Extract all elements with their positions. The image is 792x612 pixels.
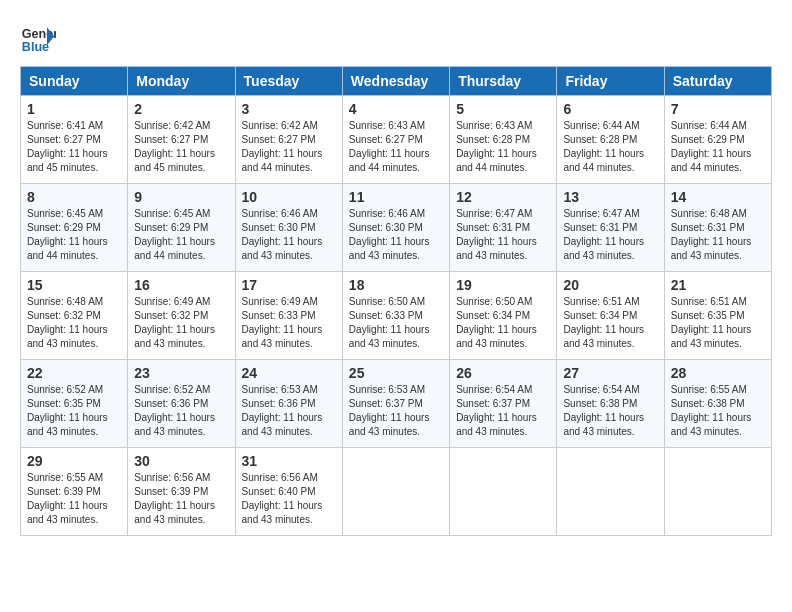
calendar-week-row: 15Sunrise: 6:48 AM Sunset: 6:32 PM Dayli… [21, 272, 772, 360]
day-info: Sunrise: 6:42 AM Sunset: 6:27 PM Dayligh… [242, 119, 336, 175]
day-info: Sunrise: 6:56 AM Sunset: 6:40 PM Dayligh… [242, 471, 336, 527]
calendar-table: SundayMondayTuesdayWednesdayThursdayFrid… [20, 66, 772, 536]
calendar-cell: 12Sunrise: 6:47 AM Sunset: 6:31 PM Dayli… [450, 184, 557, 272]
day-number: 30 [134, 453, 228, 469]
day-info: Sunrise: 6:55 AM Sunset: 6:39 PM Dayligh… [27, 471, 121, 527]
day-info: Sunrise: 6:51 AM Sunset: 6:35 PM Dayligh… [671, 295, 765, 351]
day-info: Sunrise: 6:47 AM Sunset: 6:31 PM Dayligh… [563, 207, 657, 263]
calendar-header-sunday: Sunday [21, 67, 128, 96]
day-number: 31 [242, 453, 336, 469]
day-number: 6 [563, 101, 657, 117]
day-number: 28 [671, 365, 765, 381]
day-info: Sunrise: 6:50 AM Sunset: 6:33 PM Dayligh… [349, 295, 443, 351]
day-info: Sunrise: 6:55 AM Sunset: 6:38 PM Dayligh… [671, 383, 765, 439]
calendar-cell: 28Sunrise: 6:55 AM Sunset: 6:38 PM Dayli… [664, 360, 771, 448]
calendar-header-monday: Monday [128, 67, 235, 96]
day-number: 26 [456, 365, 550, 381]
calendar-cell: 22Sunrise: 6:52 AM Sunset: 6:35 PM Dayli… [21, 360, 128, 448]
calendar-header-friday: Friday [557, 67, 664, 96]
calendar-cell: 24Sunrise: 6:53 AM Sunset: 6:36 PM Dayli… [235, 360, 342, 448]
day-number: 11 [349, 189, 443, 205]
calendar-cell: 25Sunrise: 6:53 AM Sunset: 6:37 PM Dayli… [342, 360, 449, 448]
calendar-cell: 2Sunrise: 6:42 AM Sunset: 6:27 PM Daylig… [128, 96, 235, 184]
calendar-cell: 31Sunrise: 6:56 AM Sunset: 6:40 PM Dayli… [235, 448, 342, 536]
day-number: 4 [349, 101, 443, 117]
day-info: Sunrise: 6:45 AM Sunset: 6:29 PM Dayligh… [27, 207, 121, 263]
day-number: 5 [456, 101, 550, 117]
svg-text:Blue: Blue [22, 40, 49, 54]
calendar-cell: 15Sunrise: 6:48 AM Sunset: 6:32 PM Dayli… [21, 272, 128, 360]
calendar-cell: 5Sunrise: 6:43 AM Sunset: 6:28 PM Daylig… [450, 96, 557, 184]
day-info: Sunrise: 6:52 AM Sunset: 6:36 PM Dayligh… [134, 383, 228, 439]
day-number: 2 [134, 101, 228, 117]
calendar-cell: 26Sunrise: 6:54 AM Sunset: 6:37 PM Dayli… [450, 360, 557, 448]
calendar-cell [664, 448, 771, 536]
day-number: 17 [242, 277, 336, 293]
day-number: 9 [134, 189, 228, 205]
day-number: 23 [134, 365, 228, 381]
calendar-week-row: 1Sunrise: 6:41 AM Sunset: 6:27 PM Daylig… [21, 96, 772, 184]
calendar-week-row: 22Sunrise: 6:52 AM Sunset: 6:35 PM Dayli… [21, 360, 772, 448]
calendar-cell: 30Sunrise: 6:56 AM Sunset: 6:39 PM Dayli… [128, 448, 235, 536]
calendar-cell: 6Sunrise: 6:44 AM Sunset: 6:28 PM Daylig… [557, 96, 664, 184]
day-info: Sunrise: 6:49 AM Sunset: 6:33 PM Dayligh… [242, 295, 336, 351]
calendar-cell: 19Sunrise: 6:50 AM Sunset: 6:34 PM Dayli… [450, 272, 557, 360]
calendar-header-tuesday: Tuesday [235, 67, 342, 96]
calendar-week-row: 29Sunrise: 6:55 AM Sunset: 6:39 PM Dayli… [21, 448, 772, 536]
calendar-cell [342, 448, 449, 536]
day-number: 3 [242, 101, 336, 117]
calendar-header-saturday: Saturday [664, 67, 771, 96]
day-info: Sunrise: 6:48 AM Sunset: 6:32 PM Dayligh… [27, 295, 121, 351]
calendar-cell: 21Sunrise: 6:51 AM Sunset: 6:35 PM Dayli… [664, 272, 771, 360]
day-info: Sunrise: 6:44 AM Sunset: 6:28 PM Dayligh… [563, 119, 657, 175]
calendar-cell: 20Sunrise: 6:51 AM Sunset: 6:34 PM Dayli… [557, 272, 664, 360]
day-info: Sunrise: 6:46 AM Sunset: 6:30 PM Dayligh… [242, 207, 336, 263]
day-info: Sunrise: 6:43 AM Sunset: 6:27 PM Dayligh… [349, 119, 443, 175]
day-info: Sunrise: 6:42 AM Sunset: 6:27 PM Dayligh… [134, 119, 228, 175]
day-info: Sunrise: 6:54 AM Sunset: 6:38 PM Dayligh… [563, 383, 657, 439]
calendar-cell: 13Sunrise: 6:47 AM Sunset: 6:31 PM Dayli… [557, 184, 664, 272]
day-number: 14 [671, 189, 765, 205]
day-info: Sunrise: 6:47 AM Sunset: 6:31 PM Dayligh… [456, 207, 550, 263]
day-info: Sunrise: 6:49 AM Sunset: 6:32 PM Dayligh… [134, 295, 228, 351]
day-info: Sunrise: 6:53 AM Sunset: 6:36 PM Dayligh… [242, 383, 336, 439]
calendar-cell: 16Sunrise: 6:49 AM Sunset: 6:32 PM Dayli… [128, 272, 235, 360]
logo: General Blue [20, 20, 56, 56]
day-number: 13 [563, 189, 657, 205]
calendar-cell: 4Sunrise: 6:43 AM Sunset: 6:27 PM Daylig… [342, 96, 449, 184]
calendar-cell: 3Sunrise: 6:42 AM Sunset: 6:27 PM Daylig… [235, 96, 342, 184]
day-info: Sunrise: 6:45 AM Sunset: 6:29 PM Dayligh… [134, 207, 228, 263]
calendar-header-wednesday: Wednesday [342, 67, 449, 96]
day-number: 20 [563, 277, 657, 293]
calendar-cell [450, 448, 557, 536]
day-number: 12 [456, 189, 550, 205]
logo-icon: General Blue [20, 20, 56, 56]
day-number: 10 [242, 189, 336, 205]
day-info: Sunrise: 6:46 AM Sunset: 6:30 PM Dayligh… [349, 207, 443, 263]
day-number: 19 [456, 277, 550, 293]
page-header: General Blue [20, 20, 772, 56]
day-number: 21 [671, 277, 765, 293]
day-number: 22 [27, 365, 121, 381]
calendar-week-row: 8Sunrise: 6:45 AM Sunset: 6:29 PM Daylig… [21, 184, 772, 272]
day-number: 24 [242, 365, 336, 381]
calendar-cell: 14Sunrise: 6:48 AM Sunset: 6:31 PM Dayli… [664, 184, 771, 272]
day-info: Sunrise: 6:52 AM Sunset: 6:35 PM Dayligh… [27, 383, 121, 439]
calendar-header-thursday: Thursday [450, 67, 557, 96]
day-info: Sunrise: 6:50 AM Sunset: 6:34 PM Dayligh… [456, 295, 550, 351]
calendar-cell [557, 448, 664, 536]
day-info: Sunrise: 6:48 AM Sunset: 6:31 PM Dayligh… [671, 207, 765, 263]
day-number: 1 [27, 101, 121, 117]
day-number: 8 [27, 189, 121, 205]
day-info: Sunrise: 6:53 AM Sunset: 6:37 PM Dayligh… [349, 383, 443, 439]
calendar-cell: 23Sunrise: 6:52 AM Sunset: 6:36 PM Dayli… [128, 360, 235, 448]
calendar-cell: 1Sunrise: 6:41 AM Sunset: 6:27 PM Daylig… [21, 96, 128, 184]
calendar-cell: 10Sunrise: 6:46 AM Sunset: 6:30 PM Dayli… [235, 184, 342, 272]
calendar-cell: 11Sunrise: 6:46 AM Sunset: 6:30 PM Dayli… [342, 184, 449, 272]
day-number: 25 [349, 365, 443, 381]
day-number: 7 [671, 101, 765, 117]
day-info: Sunrise: 6:43 AM Sunset: 6:28 PM Dayligh… [456, 119, 550, 175]
day-info: Sunrise: 6:41 AM Sunset: 6:27 PM Dayligh… [27, 119, 121, 175]
calendar-cell: 29Sunrise: 6:55 AM Sunset: 6:39 PM Dayli… [21, 448, 128, 536]
day-info: Sunrise: 6:51 AM Sunset: 6:34 PM Dayligh… [563, 295, 657, 351]
